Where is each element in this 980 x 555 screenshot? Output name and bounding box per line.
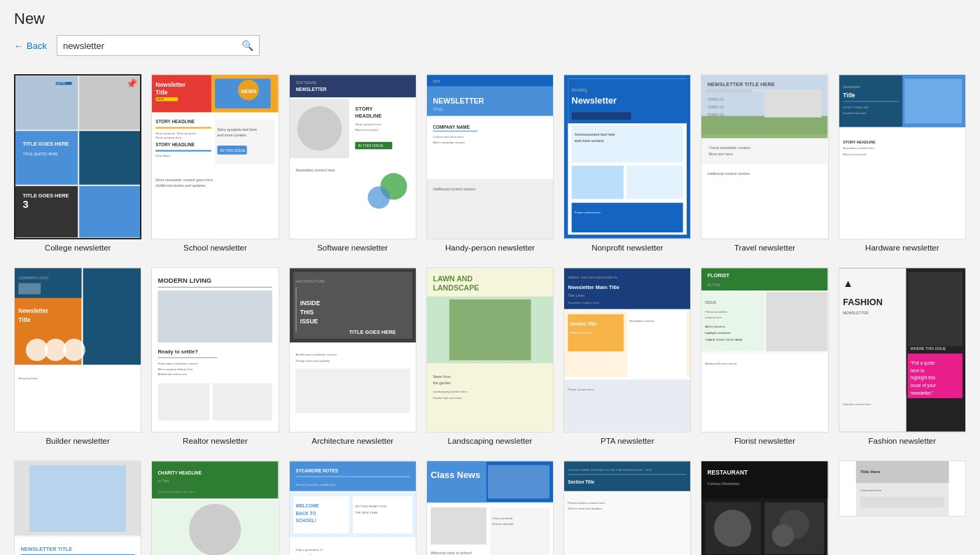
template-item-pta-newsletter[interactable]: PARENT TEACHERS ASSOCIATION Newsletter M… (564, 267, 691, 447)
svg-text:NEWSLETTER: NEWSLETTER (433, 97, 484, 105)
svg-rect-146 (295, 368, 410, 413)
svg-rect-246 (488, 465, 550, 498)
template-thumb-school-newsletter: Newsletter Title DATE NEWS STORY HEADLIN… (151, 74, 279, 239)
svg-text:STORY HEADLINE: STORY HEADLINE (156, 119, 195, 124)
svg-text:Additional stories and updates: Additional stories and updates. (156, 183, 206, 188)
svg-text:School newsletter subtitle her: School newsletter subtitle here (295, 483, 336, 486)
svg-rect-124 (158, 287, 272, 288)
svg-rect-104 (904, 79, 962, 124)
svg-text:THE NEW YEAR: THE NEW YEAR (355, 510, 377, 514)
svg-text:Newsletter content here.: Newsletter content here. (843, 146, 875, 150)
template-item-handy-person-newsletter[interactable]: B&B NEWSLETTER TITLE COMPANY NAME Conten… (426, 74, 554, 253)
template-item-florist-newsletter[interactable]: FLORIST IN THIS ISSUE Florist newsletter… (701, 267, 828, 447)
template-thumb-fashion-newsletter: ▲ FASHION NEWSLETTER WHERE THIS ISSUE "P… (839, 267, 966, 433)
template-item-realtor-newsletter[interactable]: MODERN LIVING Ready to settle? Real esta… (151, 267, 279, 447)
svg-text:Section Title: Section Title (568, 479, 594, 484)
svg-text:Title Here: Title Here (860, 469, 881, 474)
template-item-back-to-school-newsletter[interactable]: SYCAMORE NOTES School newsletter subtitl… (289, 461, 416, 555)
template-item-software-newsletter[interactable]: SOFTWARE NEWSLETTER STORY HEADLINE Story… (289, 74, 416, 253)
template-item-nonprofit-newsletter[interactable]: Monthly Newsletter Announcement text her… (564, 74, 691, 253)
svg-text:FASHION: FASHION (843, 297, 883, 307)
template-thumb-interior-design-newsletter: NEWSLETTER TITLE COMPANY NAME ● NEWSLETT… (14, 461, 141, 555)
template-thumb-back-to-school-newsletter: SYCAMORE NOTES School newsletter subtitl… (289, 461, 416, 555)
svg-text:PARENT TEACHERS ASSOCIATION: PARENT TEACHERS ASSOCIATION (568, 276, 617, 279)
template-item-parent-teacher-newsletter[interactable]: SCHOOL NAME WITHHELD ● THE PTA NEWSLETTE… (564, 461, 691, 555)
template-item-builder-newsletter[interactable]: COMPANY LOGO Newsletter Title Story text… (14, 267, 141, 447)
template-item-interior-design-newsletter[interactable]: NEWSLETTER TITLE COMPANY NAME ● NEWSLETT… (14, 461, 141, 555)
svg-text:Content text here: Content text here (860, 489, 881, 492)
svg-rect-75 (572, 125, 683, 162)
svg-text:Newsletter Main Title: Newsletter Main Title (568, 284, 620, 290)
template-item-charity-newsletter[interactable]: CHARITY HEADLINE or Title Charity descri… (151, 461, 279, 555)
svg-text:or Title: or Title (158, 479, 169, 483)
svg-text:SCHOOL!: SCHOOL! (295, 518, 316, 523)
svg-text:IN THIS ISSUE: IN THIS ISSUE (220, 148, 246, 153)
svg-rect-101 (843, 101, 899, 101)
template-label-school-newsletter: School newsletter (183, 243, 247, 253)
template-item-classroom-newsletter[interactable]: Class News Welcome back to school! Class… (426, 461, 554, 555)
svg-text:Story synopsis text here: Story synopsis text here (218, 127, 258, 132)
template-item-landscaping-newsletter[interactable]: LAWN AND LANDSCAPE News from the garden … (426, 267, 554, 447)
template-label-travel-newsletter: Travel newsletter (734, 243, 795, 253)
svg-text:Content here text.: Content here text. (843, 112, 867, 115)
svg-rect-78 (572, 166, 624, 199)
svg-text:WELCOME: WELCOME (295, 503, 318, 508)
svg-text:NEWSLETTER: NEWSLETTER (295, 87, 326, 92)
template-item-architecture-newsletter[interactable]: ARCHITECTURE INSIDE THIS ISSUE TITLE GOE… (289, 267, 416, 447)
svg-text:Florist newsletter: Florist newsletter (706, 310, 729, 314)
svg-text:Newsletter: Newsletter (843, 85, 860, 89)
template-item-hardware-newsletter[interactable]: Newsletter Title STORY HEADLINE Content … (839, 74, 966, 253)
svg-rect-74 (572, 112, 631, 120)
search-button[interactable]: 🔍 (236, 37, 259, 54)
svg-text:Two Lines: Two Lines (568, 293, 584, 297)
svg-rect-138 (295, 287, 296, 332)
svg-text:ARCHITECTURE: ARCHITECTURE (295, 279, 325, 283)
svg-rect-64 (433, 131, 477, 132)
svg-point-55 (368, 186, 390, 209)
svg-text:STORY HEADLINE: STORY HEADLINE (843, 140, 876, 144)
svg-rect-114 (18, 283, 41, 294)
template-label-college-newsletter: College newsletter (45, 243, 111, 253)
template-thumb-builder-newsletter: COMPANY LOGO Newsletter Title Story text… (14, 267, 141, 433)
svg-text:▲: ▲ (843, 278, 853, 289)
template-label-pta-newsletter: PTA newsletter (601, 436, 654, 447)
svg-text:More newsletter content goes h: More newsletter content goes here. (156, 178, 214, 182)
svg-text:Newsletter: Newsletter (18, 307, 49, 314)
svg-text:"Put a quote: "Put a quote (911, 360, 935, 366)
svg-rect-191 (907, 272, 962, 346)
svg-text:School news and updates.: School news and updates. (568, 507, 603, 510)
svg-text:B&B: B&B (433, 79, 440, 83)
top-bar: ← Back 🔍 (14, 35, 966, 56)
svg-text:Design news and updates.: Design news and updates. (295, 359, 330, 363)
svg-text:Story text here.: Story text here. (18, 377, 38, 380)
svg-rect-285 (860, 496, 944, 507)
back-button[interactable]: ← Back (14, 41, 47, 51)
template-item-fashion-newsletter[interactable]: ▲ FASHION NEWSLETTER WHERE THIS ISSUE "P… (839, 267, 966, 447)
svg-rect-91 (765, 92, 822, 118)
search-input[interactable] (57, 41, 236, 51)
svg-rect-58 (427, 75, 553, 86)
template-item-college-newsletter[interactable]: TITLE GOES HERE TITLE QUOTE HERE TITLE G… (14, 74, 141, 253)
svg-text:Newsletter: Newsletter (156, 81, 187, 88)
template-label-nonprofit-newsletter: Nonprofit newsletter (592, 243, 663, 253)
template-item-row4-1[interactable]: Title Here Content text here (839, 461, 966, 555)
svg-text:Add a Quote to: Add a Quote to (706, 325, 726, 328)
svg-text:TOPIC 02: TOPIC 02 (708, 105, 724, 109)
svg-rect-206 (20, 554, 134, 555)
svg-text:SYCAMORE NOTES: SYCAMORE NOTES (295, 468, 337, 473)
svg-rect-29 (156, 150, 212, 151)
svg-rect-31 (215, 120, 274, 164)
template-item-restaurant-newsletter[interactable]: RESTAURANT Culinary Newsletter IN THIS I… (701, 461, 828, 555)
svg-text:issue of your: issue of your (911, 383, 937, 388)
template-label-builder-newsletter: Builder newsletter (46, 436, 109, 447)
svg-text:Additional florist content.: Additional florist content. (706, 362, 738, 365)
template-thumb-landscaping-newsletter: LAWN AND LANDSCAPE News from the garden … (426, 267, 554, 433)
svg-rect-79 (626, 166, 683, 199)
svg-text:Fashion content here.: Fashion content here. (843, 402, 872, 406)
svg-text:COMPANY NAME: COMPANY NAME (433, 125, 469, 129)
svg-text:Class schedule.: Class schedule. (492, 517, 513, 520)
template-thumb-handy-person-newsletter: B&B NEWSLETTER TITLE COMPANY NAME Conten… (426, 74, 554, 239)
svg-rect-256 (564, 461, 690, 491)
template-item-school-newsletter[interactable]: Newsletter Title DATE NEWS STORY HEADLIN… (151, 74, 279, 253)
template-item-travel-newsletter[interactable]: NEWSLETTER TITLE HERE TOPIC 01 TOPIC 02 … (701, 74, 828, 253)
